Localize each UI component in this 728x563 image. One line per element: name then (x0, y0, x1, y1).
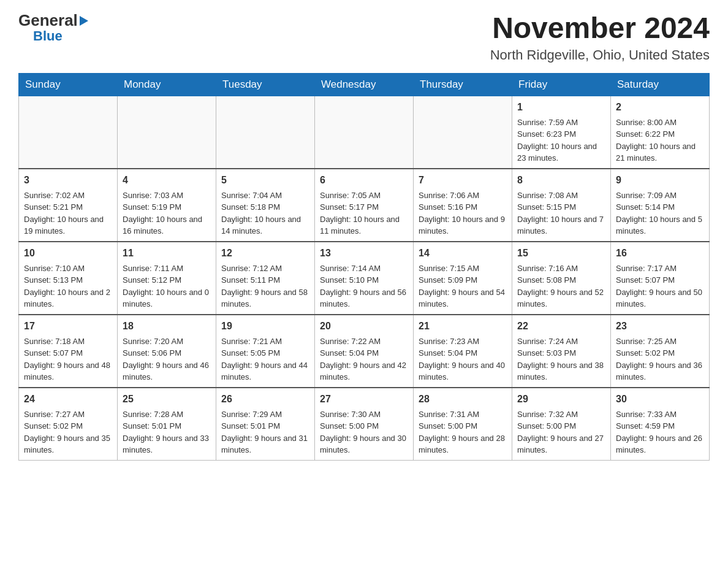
table-row: 15Sunrise: 7:16 AMSunset: 5:08 PMDayligh… (512, 242, 611, 315)
table-row: 25Sunrise: 7:28 AMSunset: 5:01 PMDayligh… (118, 388, 216, 461)
table-row: 2Sunrise: 8:00 AMSunset: 6:22 PMDaylight… (611, 96, 710, 169)
header-tuesday: Tuesday (216, 73, 315, 96)
table-row: 17Sunrise: 7:18 AMSunset: 5:07 PMDayligh… (19, 315, 118, 388)
table-row: 8Sunrise: 7:08 AMSunset: 5:15 PMDaylight… (512, 169, 611, 242)
table-row (414, 96, 512, 169)
table-row (216, 96, 315, 169)
table-row: 13Sunrise: 7:14 AMSunset: 5:10 PMDayligh… (315, 242, 414, 315)
header-thursday: Thursday (414, 73, 512, 96)
table-row: 1Sunrise: 7:59 AMSunset: 6:23 PMDaylight… (512, 96, 611, 169)
table-row: 7Sunrise: 7:06 AMSunset: 5:16 PMDaylight… (414, 169, 512, 242)
table-row: 18Sunrise: 7:20 AMSunset: 5:06 PMDayligh… (118, 315, 216, 388)
table-row: 12Sunrise: 7:12 AMSunset: 5:11 PMDayligh… (216, 242, 315, 315)
calendar-header-row: Sunday Monday Tuesday Wednesday Thursday… (19, 73, 710, 96)
table-row: 27Sunrise: 7:30 AMSunset: 5:00 PMDayligh… (315, 388, 414, 461)
title-area: November 2024 North Ridgeville, Ohio, Un… (490, 12, 710, 63)
table-row: 5Sunrise: 7:04 AMSunset: 5:18 PMDaylight… (216, 169, 315, 242)
table-row (19, 96, 118, 169)
header-wednesday: Wednesday (315, 73, 414, 96)
table-row: 10Sunrise: 7:10 AMSunset: 5:13 PMDayligh… (19, 242, 118, 315)
table-row: 11Sunrise: 7:11 AMSunset: 5:12 PMDayligh… (118, 242, 216, 315)
logo-blue-text: Blue (33, 28, 63, 44)
table-row: 22Sunrise: 7:24 AMSunset: 5:03 PMDayligh… (512, 315, 611, 388)
header-friday: Friday (512, 73, 611, 96)
logo-general-text: General (18, 11, 88, 29)
table-row (315, 96, 414, 169)
calendar-table: Sunday Monday Tuesday Wednesday Thursday… (18, 73, 710, 461)
table-row: 4Sunrise: 7:03 AMSunset: 5:19 PMDaylight… (118, 169, 216, 242)
header-sunday: Sunday (19, 73, 118, 96)
calendar-subtitle: North Ridgeville, Ohio, United States (490, 47, 710, 63)
table-row: 30Sunrise: 7:33 AMSunset: 4:59 PMDayligh… (611, 388, 710, 461)
table-row: 24Sunrise: 7:27 AMSunset: 5:02 PMDayligh… (19, 388, 118, 461)
table-row: 20Sunrise: 7:22 AMSunset: 5:04 PMDayligh… (315, 315, 414, 388)
table-row: 19Sunrise: 7:21 AMSunset: 5:05 PMDayligh… (216, 315, 315, 388)
table-row: 26Sunrise: 7:29 AMSunset: 5:01 PMDayligh… (216, 388, 315, 461)
table-row: 21Sunrise: 7:23 AMSunset: 5:04 PMDayligh… (414, 315, 512, 388)
page-header: General Blue November 2024 North Ridgevi… (18, 12, 710, 63)
header-saturday: Saturday (611, 73, 710, 96)
table-row: 23Sunrise: 7:25 AMSunset: 5:02 PMDayligh… (611, 315, 710, 388)
table-row: 28Sunrise: 7:31 AMSunset: 5:00 PMDayligh… (414, 388, 512, 461)
table-row: 6Sunrise: 7:05 AMSunset: 5:17 PMDaylight… (315, 169, 414, 242)
table-row: 29Sunrise: 7:32 AMSunset: 5:00 PMDayligh… (512, 388, 611, 461)
header-monday: Monday (118, 73, 216, 96)
table-row: 3Sunrise: 7:02 AMSunset: 5:21 PMDaylight… (19, 169, 118, 242)
logo: General Blue (18, 12, 88, 44)
logo-top-row: General (18, 12, 88, 28)
table-row (118, 96, 216, 169)
calendar-title: November 2024 (490, 12, 710, 45)
table-row: 9Sunrise: 7:09 AMSunset: 5:14 PMDaylight… (611, 169, 710, 242)
table-row: 14Sunrise: 7:15 AMSunset: 5:09 PMDayligh… (414, 242, 512, 315)
table-row: 16Sunrise: 7:17 AMSunset: 5:07 PMDayligh… (611, 242, 710, 315)
